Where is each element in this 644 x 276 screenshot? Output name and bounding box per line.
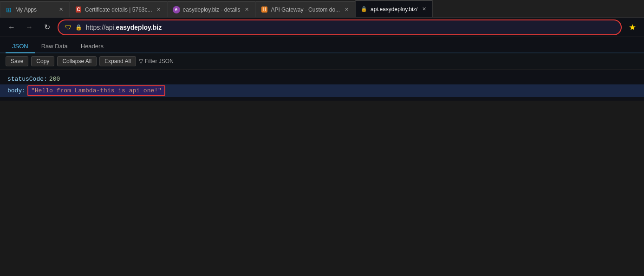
expand-all-button[interactable]: Expand All bbox=[99, 56, 136, 66]
tab-my-apps-close[interactable]: ✕ bbox=[57, 6, 65, 13]
url-prefix: https://api. bbox=[86, 24, 116, 31]
ed-favicon-icon: e bbox=[173, 6, 180, 13]
tab-easydeploy-label: easydeploy.biz - details bbox=[183, 6, 241, 13]
tab-cert-label: Certificate details | 5763c... bbox=[85, 6, 152, 13]
tab-api-gateway-close[interactable]: ✕ bbox=[343, 6, 350, 13]
collapse-all-button[interactable]: Collapse All bbox=[57, 56, 97, 66]
tab-json[interactable]: JSON bbox=[6, 40, 35, 53]
tab-cert-details[interactable]: C Certificate details | 5763c... ✕ bbox=[70, 1, 168, 17]
navigation-bar: ← → ↻ 🛡 🔒 https://api.easydeploy.biz ★ bbox=[0, 18, 644, 37]
bookmark-button[interactable]: ★ bbox=[625, 20, 639, 34]
json-row-statuscode: statusCode: 200 bbox=[0, 73, 644, 84]
tab-raw-data[interactable]: Raw Data bbox=[35, 40, 74, 53]
json-content: statusCode: 200 body: "Hello from Lambda… bbox=[0, 70, 644, 101]
body-key: body: bbox=[7, 87, 26, 94]
save-button[interactable]: Save bbox=[6, 56, 28, 66]
tab-cert-close[interactable]: ✕ bbox=[155, 6, 163, 13]
cert-favicon-icon: C bbox=[75, 6, 82, 13]
url-text: https://api.easydeploy.biz bbox=[86, 24, 614, 31]
shield-icon: 🛡 bbox=[65, 24, 72, 31]
star-icon: ★ bbox=[629, 22, 636, 32]
back-button[interactable]: ← bbox=[5, 20, 19, 34]
address-bar[interactable]: 🛡 🔒 https://api.easydeploy.biz bbox=[58, 19, 622, 35]
tab-bar: ⊞ My Apps ✕ C Certificate details | 5763… bbox=[0, 0, 644, 18]
forward-icon: → bbox=[26, 23, 33, 32]
json-row-body: body: "Hello from Lambda-this is api one… bbox=[0, 84, 644, 97]
copy-button[interactable]: Copy bbox=[31, 56, 54, 66]
statuscode-key: statusCode: bbox=[7, 76, 47, 83]
refresh-button[interactable]: ↻ bbox=[40, 20, 54, 34]
tab-api-easydeploy-label: api.easydeploy.biz/ bbox=[371, 6, 417, 13]
lock-icon: 🔒 bbox=[75, 24, 82, 31]
tab-api-easydeploy-close[interactable]: ✕ bbox=[420, 6, 428, 13]
tab-easydeploy-close[interactable]: ✕ bbox=[243, 6, 250, 13]
api-favicon-icon: H bbox=[260, 6, 268, 13]
url-domain: easydeploy.biz bbox=[116, 24, 162, 31]
tab-my-apps[interactable]: ⊞ My Apps ✕ bbox=[0, 1, 70, 17]
json-toolbar: Save Copy Collapse All Expand All ▽ Filt… bbox=[0, 53, 644, 70]
api-easydeploy-favicon-icon: 🔒 bbox=[360, 6, 368, 13]
forward-button[interactable]: → bbox=[22, 20, 36, 34]
back-icon: ← bbox=[8, 23, 15, 32]
body-value: "Hello from Lambda-this is api one!" bbox=[27, 85, 165, 96]
tab-api-gateway[interactable]: H API Gateway - Custom do... ✕ bbox=[255, 1, 355, 17]
statuscode-value: 200 bbox=[49, 76, 60, 83]
tab-headers[interactable]: Headers bbox=[74, 40, 110, 53]
tab-api-easydeploy[interactable]: 🔒 api.easydeploy.biz/ ✕ bbox=[355, 0, 433, 17]
filter-area: ▽ Filter JSON bbox=[139, 58, 174, 64]
filter-icon: ▽ bbox=[139, 58, 143, 64]
windows-favicon-icon: ⊞ bbox=[5, 6, 13, 13]
tab-easydeploy[interactable]: e easydeploy.biz - details ✕ bbox=[168, 1, 256, 17]
json-viewer-tabs: JSON Raw Data Headers bbox=[0, 37, 644, 53]
refresh-icon: ↻ bbox=[44, 23, 50, 32]
tab-my-apps-label: My Apps bbox=[15, 6, 54, 13]
tab-api-gateway-label: API Gateway - Custom do... bbox=[271, 6, 340, 13]
filter-label: Filter JSON bbox=[145, 58, 174, 64]
